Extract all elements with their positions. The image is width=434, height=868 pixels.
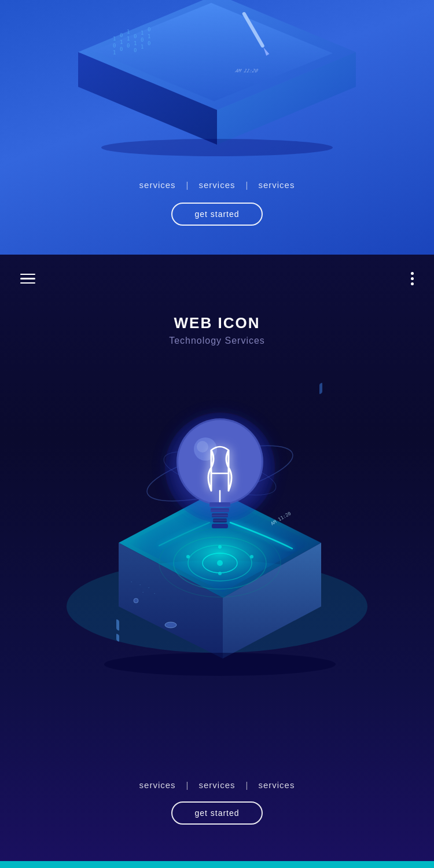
svg-text:0: 0 (141, 37, 144, 43)
svg-text:0: 0 (148, 41, 150, 46)
bottom-nav-item-2[interactable]: services (188, 780, 245, 790)
section-bottom: WEB ICON Technology Services (0, 255, 434, 868)
bottom-nav-item-1[interactable]: services (129, 780, 186, 790)
title-area: WEB ICON Technology Services (169, 314, 265, 346)
bottom-nav-item-3[interactable]: services (248, 780, 305, 790)
svg-text:·: · (142, 590, 144, 595)
svg-point-37 (250, 555, 253, 558)
hamburger-line-2 (20, 278, 35, 279)
svg-text:0: 0 (120, 32, 123, 38)
top-nav: services | services | services (129, 180, 306, 190)
svg-text:0: 0 (113, 43, 116, 49)
svg-point-38 (218, 545, 222, 549)
dot-2 (411, 277, 414, 280)
illustration-svg: AM 11:20 (14, 358, 420, 682)
bottom-nav-area: services | services | services get start… (0, 780, 434, 825)
top-illustration: 101 010 110 010 101 010 AM 11:20 (43, 0, 391, 156)
svg-point-39 (218, 572, 222, 575)
header-bar (0, 255, 434, 297)
svg-text:1: 1 (113, 50, 116, 56)
nav-item-3[interactable]: services (248, 180, 305, 190)
hamburger-line-3 (20, 282, 35, 284)
bottom-nav-links: services | services | services (129, 780, 306, 790)
svg-rect-40 (116, 619, 119, 631)
svg-rect-56 (211, 508, 229, 512)
dot-1 (411, 272, 414, 275)
svg-text:·: · (148, 586, 150, 590)
hamburger-menu[interactable] (20, 274, 35, 284)
svg-text:1: 1 (127, 36, 130, 42)
svg-text:1: 1 (134, 41, 137, 46)
svg-text:0: 0 (120, 46, 123, 52)
svg-text:1: 1 (113, 36, 116, 42)
svg-text:1: 1 (141, 44, 144, 50)
nav-item-2[interactable]: services (188, 180, 245, 190)
svg-point-44 (165, 622, 176, 628)
svg-point-45 (134, 598, 138, 603)
svg-point-36 (186, 555, 190, 558)
section-top: 101 010 110 010 101 010 AM 11:20 service… (0, 0, 434, 255)
svg-text:·: · (153, 591, 156, 596)
svg-text:AM 11:20: AM 11:20 (234, 68, 259, 73)
get-started-button-bottom[interactable]: get started (171, 801, 262, 825)
dot-3 (411, 282, 414, 285)
svg-point-52 (197, 441, 208, 453)
svg-text:·: · (130, 580, 133, 584)
svg-text:0: 0 (127, 43, 130, 49)
get-started-button-top[interactable]: get started (171, 203, 262, 226)
svg-rect-42 (319, 382, 322, 395)
svg-text:1: 1 (127, 29, 130, 35)
svg-text:·: · (139, 583, 141, 587)
page-subtitle: Technology Services (169, 336, 265, 346)
svg-point-35 (217, 560, 223, 566)
svg-rect-59 (212, 524, 228, 528)
nav-item-1[interactable]: services (129, 180, 186, 190)
svg-point-64 (104, 653, 336, 676)
more-options-icon[interactable] (411, 272, 414, 285)
svg-text:1: 1 (148, 34, 150, 39)
page-title: WEB ICON (169, 314, 265, 332)
svg-text:1: 1 (141, 30, 144, 36)
svg-text:0: 0 (134, 47, 137, 53)
main-illustration: AM 11:20 (14, 358, 420, 682)
svg-point-25 (101, 139, 333, 156)
teal-accent-bar (0, 861, 434, 868)
svg-text:0: 0 (148, 27, 150, 32)
svg-text:0: 0 (134, 34, 137, 39)
hamburger-line-1 (20, 274, 35, 275)
svg-text:1: 1 (120, 39, 123, 45)
